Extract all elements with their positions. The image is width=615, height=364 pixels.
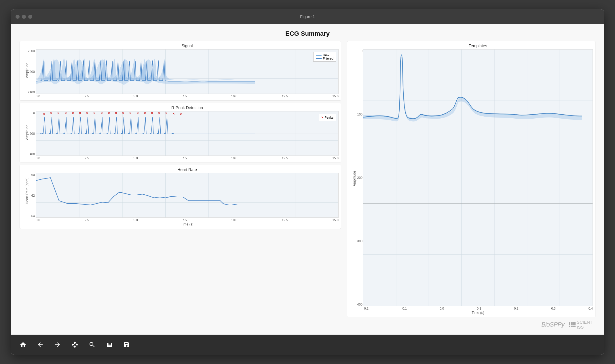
svg-text:×: ×: [151, 111, 153, 115]
charts-area: Signal Amplitude: [20, 41, 595, 332]
maximize-button[interactable]: [28, 15, 32, 19]
hr-svg: [36, 173, 338, 217]
svg-text:×: ×: [93, 111, 95, 115]
templates-x-label: Time (s): [363, 311, 593, 315]
settings-icon: [106, 341, 113, 348]
scient-logo: SCIENTISST: [569, 320, 593, 329]
brand-area: BioSPPy: [347, 317, 595, 332]
hr-chart-container: Heart Rate Heart Rate (bpm): [20, 165, 341, 229]
svg-text:×: ×: [57, 111, 59, 115]
filtered-line-icon: [316, 58, 322, 59]
svg-text:×: ×: [115, 111, 117, 115]
rpeak-svg: × × × × × × × × × × × ×: [36, 111, 338, 156]
signal-chart-container: Signal Amplitude: [20, 41, 341, 101]
content-area: ECG Summary Signal Amplitude: [11, 24, 604, 335]
zoom-button[interactable]: [86, 338, 98, 351]
hr-y-ticks: 64 62 60: [22, 173, 35, 218]
settings-button[interactable]: [103, 338, 116, 351]
right-chart: Templates Amplitude: [347, 41, 595, 332]
minimize-button[interactable]: [22, 15, 26, 19]
pan-button[interactable]: [69, 338, 81, 351]
raw-label: Raw: [323, 53, 329, 57]
save-icon: [123, 341, 130, 348]
templates-chart: [363, 49, 593, 306]
rpeak-title: R-Peak Detection: [36, 105, 339, 110]
peaks-legend: × Peaks: [319, 114, 336, 121]
filtered-label: Filtered: [323, 57, 333, 60]
rpeak-x-ticks: 0.0 2.5 5.0 7.5 10.0 12.5 15.0: [36, 156, 339, 160]
templates-x-ticks: -0.2 -0.1 0.0 0.1 0.2 0.3 0.4: [363, 306, 593, 310]
title-bar: Figure 1: [11, 9, 604, 24]
scient-text: SCIENTISST: [577, 320, 593, 329]
peaks-icon: ×: [321, 115, 324, 120]
svg-text:×: ×: [64, 111, 67, 115]
scient-grid-icon: [569, 322, 576, 327]
window-title: Figure 1: [300, 14, 315, 19]
svg-text:×: ×: [122, 111, 124, 115]
templates-svg: [363, 50, 593, 306]
svg-text:×: ×: [136, 111, 138, 115]
svg-text:×: ×: [144, 111, 146, 115]
rpeak-y-ticks: 400 200 0: [22, 111, 35, 156]
hr-x-label: Time (s): [36, 222, 339, 226]
hr-chart: [36, 173, 339, 218]
rpeak-chart-container: R-Peak Detection Amplitude: [20, 103, 341, 162]
traffic-lights: [16, 15, 32, 19]
pan-icon: [71, 341, 78, 348]
signal-y-ticks: 2400 2200 2000: [22, 49, 35, 94]
svg-text:×: ×: [172, 112, 174, 116]
toolbar: [11, 335, 604, 355]
back-button[interactable]: [34, 338, 47, 351]
page-title: ECG Summary: [20, 30, 595, 37]
svg-text:×: ×: [86, 111, 88, 115]
save-button[interactable]: [120, 338, 133, 351]
legend-filtered: Filtered: [316, 57, 333, 60]
signal-grid: [36, 50, 338, 94]
rpeak-chart: × × × × × × × × × × × ×: [36, 111, 339, 156]
svg-text:×: ×: [158, 111, 160, 115]
svg-text:×: ×: [43, 112, 45, 116]
peaks-legend-item: × Peaks: [321, 115, 333, 120]
peaks-label: Peaks: [324, 116, 333, 119]
back-icon: [37, 341, 44, 348]
svg-text:×: ×: [72, 111, 74, 115]
legend-raw: Raw: [316, 53, 333, 57]
home-button[interactable]: [17, 338, 29, 351]
signal-x-ticks: 0.0 2.5 5.0 7.5 10.0 12.5 15.0: [36, 94, 339, 98]
svg-text:×: ×: [108, 111, 110, 115]
svg-text:×: ×: [165, 111, 167, 115]
forward-button[interactable]: [51, 338, 64, 351]
biosspy-logo: BioSPPy: [541, 321, 564, 328]
svg-text:×: ×: [50, 111, 52, 115]
svg-text:×: ×: [129, 111, 131, 115]
forward-icon: [54, 341, 61, 348]
home-icon: [20, 341, 26, 348]
signal-title: Signal: [36, 43, 339, 48]
raw-line-icon: [316, 55, 322, 56]
svg-text:×: ×: [180, 112, 182, 116]
close-button[interactable]: [16, 15, 20, 19]
svg-text:×: ×: [100, 111, 102, 115]
zoom-icon: [89, 341, 96, 348]
hr-x-ticks: 0.0 2.5 5.0 7.5 10.0 12.5 15.0: [36, 218, 339, 222]
left-charts: Signal Amplitude: [20, 41, 341, 332]
templates-title: Templates: [363, 43, 593, 48]
signal-legend: Raw Filtered: [313, 52, 336, 62]
templates-y-ticks: 400 300 200 100 0: [348, 49, 362, 306]
main-window: Figure 1 ECG Summary Signal Amplitude: [11, 9, 604, 355]
svg-text:×: ×: [79, 111, 81, 115]
templates-chart-container: Templates Amplitude: [347, 41, 595, 317]
signal-chart: Raw Filtered: [36, 49, 339, 94]
hr-title: Heart Rate: [36, 167, 339, 172]
